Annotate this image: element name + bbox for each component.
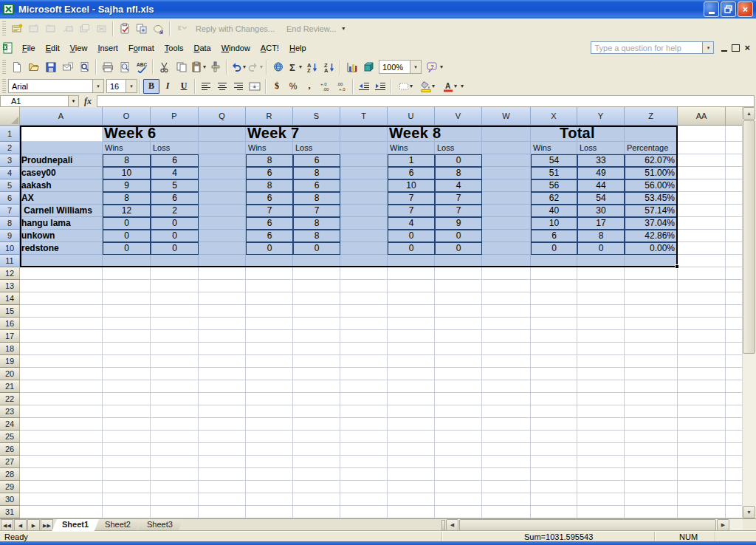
cell-O5[interactable]: 9 (103, 179, 151, 192)
cell-T17[interactable] (340, 330, 388, 343)
cell-P14[interactable] (151, 292, 199, 305)
cell-W2[interactable] (482, 142, 531, 154)
row-header-13[interactable]: 13 (0, 280, 20, 292)
cell-V20[interactable] (435, 368, 482, 380)
cell-Q10[interactable] (199, 242, 246, 255)
cell-A10[interactable]: redstone (20, 242, 103, 255)
cell-Z6[interactable]: 53.45% (625, 192, 678, 205)
cell-V27[interactable] (435, 456, 482, 468)
vertical-scroll-thumb[interactable] (743, 120, 755, 354)
cell-A26[interactable] (20, 443, 103, 456)
cell-S17[interactable] (293, 330, 340, 343)
cell-T4[interactable] (340, 167, 388, 179)
cell-V7[interactable]: 7 (435, 205, 482, 217)
align-center-icon[interactable] (214, 79, 230, 94)
cell-S8[interactable]: 8 (293, 217, 340, 230)
cell-P30[interactable] (151, 493, 199, 506)
cell-Q19[interactable] (199, 355, 246, 368)
cell-AA15[interactable] (678, 305, 726, 318)
end-review-button[interactable]: End Review... (286, 24, 336, 33)
cell-X6[interactable]: 62 (531, 192, 577, 205)
cell-U1[interactable]: Week 8 (388, 126, 435, 142)
cell-U27[interactable] (388, 456, 435, 468)
cell-Z1[interactable] (625, 126, 678, 142)
cell-R14[interactable] (246, 292, 293, 305)
menu-item-tools[interactable]: Tools (159, 41, 189, 55)
cell-S6[interactable]: 8 (293, 192, 340, 205)
cell-V30[interactable] (435, 493, 482, 506)
cell-W14[interactable] (482, 292, 531, 305)
cell-Q20[interactable] (199, 368, 246, 380)
cell-Y31[interactable] (577, 506, 625, 518)
cell-R28[interactable] (246, 468, 293, 481)
cell-Z23[interactable] (625, 405, 678, 418)
cell-W29[interactable] (482, 481, 531, 493)
next-comment-icon[interactable] (42, 21, 59, 37)
cell-T27[interactable] (340, 456, 388, 468)
cell-A21[interactable] (20, 380, 103, 393)
cell-A7[interactable]: Carnell Williams (20, 205, 103, 217)
cell-P27[interactable] (151, 456, 199, 468)
row-header-19[interactable]: 19 (0, 355, 20, 368)
cell-P25[interactable] (151, 431, 199, 443)
workbook-close-button[interactable]: × (744, 44, 750, 52)
cell-U16[interactable] (388, 318, 435, 330)
cell-T13[interactable] (340, 280, 388, 292)
cell-Y23[interactable] (577, 405, 625, 418)
cell-X14[interactable] (531, 292, 577, 305)
cell-A4[interactable]: casey00 (20, 167, 103, 179)
cell-AA16[interactable] (678, 318, 726, 330)
cell-AA23[interactable] (678, 405, 726, 418)
cell-AA26[interactable] (678, 443, 726, 456)
cell-X16[interactable] (531, 318, 577, 330)
column-header-T[interactable]: T (340, 107, 388, 126)
row-header-28[interactable]: 28 (0, 468, 20, 481)
cell-S2[interactable]: Loss (293, 142, 340, 154)
cell-O10[interactable]: 0 (103, 242, 151, 255)
cell-AB28[interactable] (726, 468, 743, 481)
cell-A24[interactable] (20, 418, 103, 431)
cell-AB18[interactable] (726, 343, 743, 355)
cell-AA13[interactable] (678, 280, 726, 292)
cell-T7[interactable] (340, 205, 388, 217)
cell-X26[interactable] (531, 443, 577, 456)
row-header-12[interactable]: 12 (0, 267, 20, 280)
cell-Y30[interactable] (577, 493, 625, 506)
cell-Y18[interactable] (577, 343, 625, 355)
cell-S25[interactable] (293, 431, 340, 443)
cell-A23[interactable] (20, 405, 103, 418)
cell-V17[interactable] (435, 330, 482, 343)
font-color-icon[interactable]: A▾ (439, 79, 461, 94)
cell-AB25[interactable] (726, 431, 743, 443)
cell-R29[interactable] (246, 481, 293, 493)
cell-U21[interactable] (388, 380, 435, 393)
cell-O27[interactable] (103, 456, 151, 468)
cell-V28[interactable] (435, 468, 482, 481)
name-box-dropdown-icon[interactable]: ▾ (69, 95, 79, 107)
cell-A15[interactable] (20, 305, 103, 318)
toolbar-options-chevron-icon[interactable]: ▾ (342, 26, 345, 32)
select-all-corner[interactable] (0, 107, 20, 126)
column-header-O[interactable]: O (103, 107, 151, 126)
cell-O8[interactable]: 0 (103, 217, 151, 230)
cell-AB20[interactable] (726, 368, 743, 380)
cell-U5[interactable]: 10 (388, 179, 435, 192)
cell-Z31[interactable] (625, 506, 678, 518)
cell-V19[interactable] (435, 355, 482, 368)
row-header-3[interactable]: 3 (0, 154, 20, 167)
cell-A28[interactable] (20, 468, 103, 481)
cell-AB13[interactable] (726, 280, 743, 292)
cell-U30[interactable] (388, 493, 435, 506)
cell-Q22[interactable] (199, 393, 246, 405)
cell-V3[interactable]: 0 (435, 154, 482, 167)
cell-Q5[interactable] (199, 179, 246, 192)
cell-A30[interactable] (20, 493, 103, 506)
cell-S19[interactable] (293, 355, 340, 368)
cell-X23[interactable] (531, 405, 577, 418)
cell-Y13[interactable] (577, 280, 625, 292)
cell-R1[interactable]: Week 7 (246, 126, 293, 142)
scroll-up-icon[interactable]: ▲ (743, 107, 755, 120)
cell-S22[interactable] (293, 393, 340, 405)
cell-V24[interactable] (435, 418, 482, 431)
cell-V1[interactable] (435, 126, 482, 142)
